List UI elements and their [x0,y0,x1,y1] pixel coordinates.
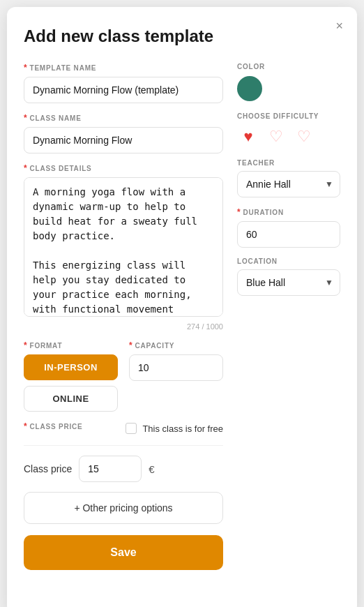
class-details-label: * CLASS DETAILS [24,163,223,173]
format-btn-group: IN-PERSON ONLINE [24,354,118,412]
modal-title: Add new class template [24,27,340,46]
capacity-input[interactable] [129,354,223,381]
duration-input[interactable] [237,221,340,248]
form-right: COLOR CHOOSE DIFFICULTY ♥ ♡ ♡ TEACHER An… [237,63,340,570]
class-name-group: * CLASS NAME [24,113,223,153]
location-label: LOCATION [237,257,340,265]
template-name-label: * TEMPLATE NAME [24,63,223,73]
required-star-5: * [129,340,132,350]
teacher-select[interactable]: Annie Hall [237,171,340,197]
difficulty-heart-3[interactable]: ♡ [293,126,315,148]
color-label: COLOR [237,63,340,70]
capacity-section: * CAPACITY [129,340,223,381]
template-name-group: * TEMPLATE NAME [24,63,223,103]
required-star: * [24,63,27,73]
class-details-textarea[interactable]: A morning yoga flow with a dynamic warm-… [24,177,223,317]
form-left: * TEMPLATE NAME * CLASS NAME * CLASS DET… [24,63,223,570]
required-star-dur: * [237,207,241,217]
other-pricing-button[interactable]: + Other pricing options [24,492,223,524]
format-label: * FORMAT [24,340,118,350]
price-label-text: Class price [24,463,72,474]
price-input-row: Class price € [24,456,223,482]
format-btn-online[interactable]: ONLINE [24,386,118,412]
class-name-label: * CLASS NAME [24,113,223,123]
currency-symbol: € [149,463,154,475]
required-star-4: * [24,340,27,350]
difficulty-heart-2[interactable]: ♡ [265,126,287,148]
price-section: * CLASS PRICE This class is for free Cla… [24,421,223,570]
free-label: This class is for free [142,424,223,434]
free-checkbox[interactable] [126,423,137,434]
color-picker-button[interactable] [237,76,262,101]
teacher-select-wrapper: Annie Hall ▼ [237,171,340,197]
template-name-input[interactable] [24,77,223,103]
format-capacity-row: * FORMAT IN-PERSON ONLINE * CAPACITY [24,340,223,412]
char-count: 274 / 1000 [24,322,223,331]
modal-container: × Add new class template * TEMPLATE NAME… [7,7,357,607]
format-btn-inperson[interactable]: IN-PERSON [24,354,118,380]
price-header-row: * CLASS PRICE This class is for free [24,421,223,435]
teacher-label: TEACHER [237,159,340,167]
difficulty-label: CHOOSE DIFFICULTY [237,112,340,120]
difficulty-heart-1[interactable]: ♥ [237,126,259,148]
required-star-2: * [24,113,27,123]
required-star-6: * [24,421,27,431]
price-divider [24,445,223,446]
location-select[interactable]: Blue Hall [237,269,340,296]
capacity-label: * CAPACITY [129,340,223,350]
required-star-3: * [24,163,27,173]
class-name-input[interactable] [24,127,223,153]
location-select-wrapper: Blue Hall ▼ [237,269,340,296]
format-section: * FORMAT IN-PERSON ONLINE [24,340,118,412]
duration-label: * DURATION [237,207,340,217]
class-price-label: * CLASS PRICE [24,421,83,431]
free-checkbox-row: This class is for free [126,423,223,434]
close-button[interactable]: × [335,20,343,32]
price-input[interactable] [79,456,142,482]
class-details-group: * CLASS DETAILS A morning yoga flow with… [24,163,223,331]
difficulty-row: ♥ ♡ ♡ [237,126,340,148]
save-button[interactable]: Save [24,535,223,570]
